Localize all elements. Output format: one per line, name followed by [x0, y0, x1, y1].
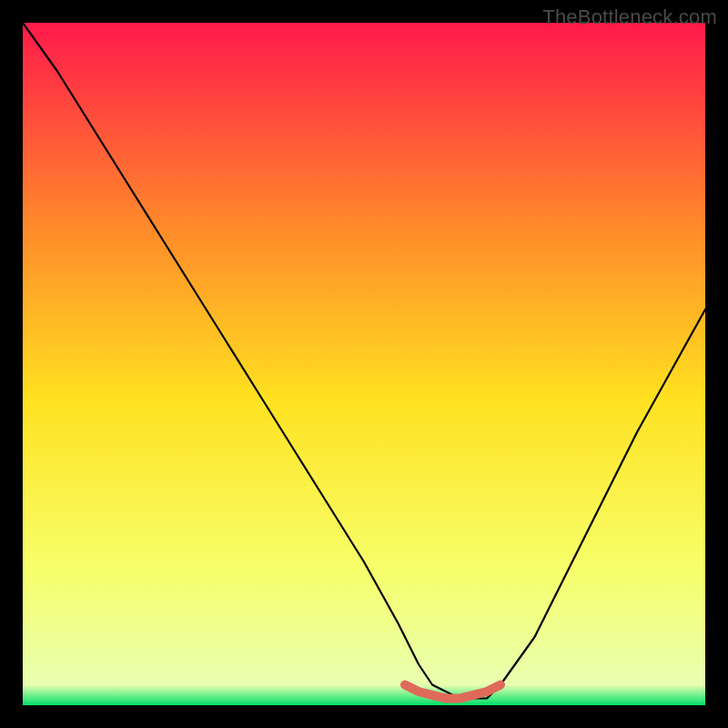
chart-frame: TheBottleneck.com — [0, 0, 728, 728]
watermark-text: TheBottleneck.com — [542, 5, 717, 29]
bottleneck-plot — [23, 23, 705, 705]
chart-svg — [23, 23, 705, 705]
plot-background — [23, 23, 705, 705]
